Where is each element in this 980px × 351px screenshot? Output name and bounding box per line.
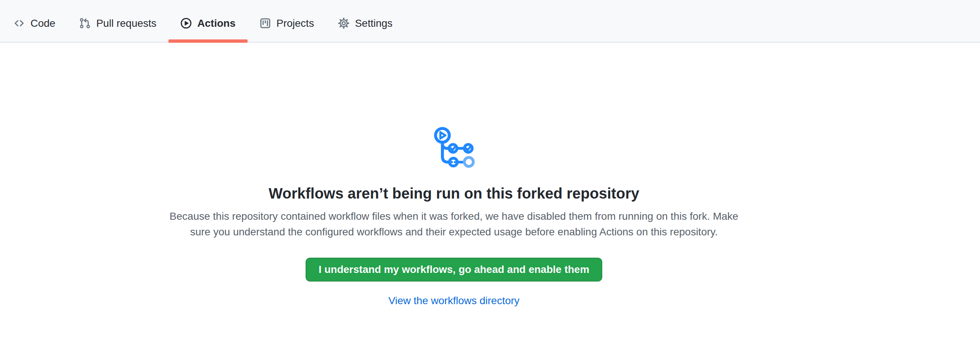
code-icon [13, 17, 25, 29]
git-pull-request-icon [79, 17, 91, 29]
page-title: Workflows aren’t being run on this forke… [269, 184, 639, 203]
repo-tab-bar: Code Pull requests Actions [0, 0, 980, 43]
main-content: Workflows aren’t being run on this forke… [0, 43, 908, 307]
tab-code[interactable]: Code [2, 5, 67, 42]
tab-actions[interactable]: Actions [169, 5, 248, 42]
workflow-graph-icon [432, 125, 476, 168]
tab-projects[interactable]: Projects [248, 5, 326, 42]
tab-label: Pull requests [96, 17, 156, 29]
play-circle-icon [180, 17, 192, 29]
view-workflows-link[interactable]: View the workflows directory [388, 295, 520, 307]
project-icon [259, 17, 271, 29]
description: Because this repository contained workfl… [170, 209, 738, 240]
tab-label: Code [30, 17, 56, 29]
description-line-2: sure you understand the configured workf… [190, 226, 718, 238]
gear-icon [338, 17, 350, 29]
enable-workflows-button[interactable]: I understand my workflows, go ahead and … [305, 258, 602, 281]
tab-label: Actions [197, 17, 236, 29]
tab-settings[interactable]: Settings [326, 5, 404, 42]
description-line-1: Because this repository contained workfl… [170, 210, 738, 222]
tab-pull-requests[interactable]: Pull requests [67, 5, 169, 42]
tab-label: Projects [277, 17, 314, 29]
tab-label: Settings [355, 17, 393, 29]
